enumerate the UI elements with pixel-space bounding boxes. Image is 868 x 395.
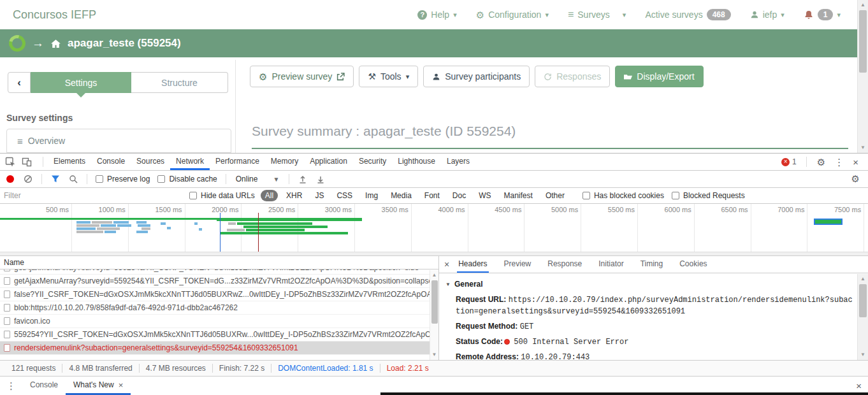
collapse-sidebar-button[interactable]: ‹ <box>8 72 31 93</box>
tab-elements[interactable]: Elements <box>48 154 91 170</box>
export-har-icon[interactable] <box>316 175 325 183</box>
request-row[interactable]: false?YII_CSRF_TOKEN=dGxOSXJmMk5kcXNnTTJ… <box>0 288 438 301</box>
nav-surveys[interactable]: ≡ Surveys ▾ <box>568 10 626 20</box>
inspect-element-icon[interactable] <box>5 157 15 167</box>
scroll-up-icon[interactable]: ▲ <box>858 1 868 9</box>
type-filter-xhr[interactable]: XHR <box>282 190 307 201</box>
request-list-scrollbar[interactable]: ▲ ▼ <box>430 270 438 360</box>
error-icon[interactable]: × <box>781 158 790 166</box>
type-filter-manifest[interactable]: Manifest <box>500 190 537 201</box>
type-filter-media[interactable]: Media <box>386 190 416 201</box>
filter-icon[interactable] <box>51 175 60 183</box>
scroll-down-icon[interactable]: ▼ <box>430 351 438 359</box>
request-row[interactable]: getAjaxMenuArray?surveyid=559254&YII_CSR… <box>0 275 438 288</box>
scrollbar-thumb[interactable] <box>431 280 438 324</box>
tab-layers[interactable]: Layers <box>441 154 475 170</box>
type-filter-img[interactable]: Img <box>361 190 382 201</box>
scrollbar-thumb[interactable] <box>859 284 867 317</box>
settings-gear-icon[interactable]: ⚙ <box>814 157 828 167</box>
type-filter-doc[interactable]: Doc <box>448 190 470 201</box>
request-row[interactable]: favicon.ico <box>0 315 438 328</box>
drawer-tab-whats-new[interactable]: What's New × <box>66 377 131 395</box>
type-filter-font[interactable]: Font <box>420 190 444 201</box>
type-filter-js[interactable]: JS <box>310 190 328 201</box>
type-filter-ws[interactable]: WS <box>474 190 495 201</box>
close-drawer-icon[interactable]: × <box>856 380 862 391</box>
type-filter-css[interactable]: CSS <box>332 190 357 201</box>
checkbox-icon[interactable] <box>582 192 590 199</box>
more-options-icon[interactable]: ⋮ <box>831 157 847 167</box>
throttling-select[interactable]: Online ▼ <box>236 175 280 183</box>
preview-survey-button[interactable]: ⚙ Preview survey <box>250 66 354 87</box>
drawer-tab-console[interactable]: Console <box>22 377 66 395</box>
header-field-request-url[interactable]: Request URL: https://10.10.20.79/index.p… <box>439 292 868 319</box>
nav-configuration[interactable]: ⚙ Configuration ▾ <box>476 10 549 20</box>
header-field-remote-address[interactable]: Remote Address: 10.10.20.79:443 <box>439 350 868 360</box>
drawer-menu-icon[interactable]: ⋮ <box>0 380 22 392</box>
scroll-up-icon[interactable]: ▲ <box>430 271 438 279</box>
type-filter-other[interactable]: Other <box>541 190 569 201</box>
scrollbar-thumb[interactable] <box>859 10 867 73</box>
tools-button[interactable]: ⚒ Tools ▾ <box>359 66 418 87</box>
clear-icon[interactable] <box>24 175 33 183</box>
home-icon[interactable] <box>50 38 61 49</box>
nav-notifications[interactable]: 1 ▾ <box>804 9 841 20</box>
details-tab-timing[interactable]: Timing <box>639 256 665 273</box>
responses-button[interactable]: Responses <box>535 66 610 87</box>
nav-help[interactable]: ? Help ▾ <box>417 10 456 20</box>
hide-data-urls-checkbox[interactable]: Hide data URLs <box>189 191 255 200</box>
scroll-up-icon[interactable]: ▲ <box>858 275 868 283</box>
tab-console[interactable]: Console <box>91 154 131 170</box>
details-tab-initiator[interactable]: Initiator <box>597 256 625 273</box>
tab-security[interactable]: Security <box>353 154 392 170</box>
header-field-request-method[interactable]: Request Method: GET <box>439 319 868 334</box>
tab-application[interactable]: Application <box>304 154 353 170</box>
chevron-down-icon[interactable]: ▾ <box>623 11 626 19</box>
type-filter-all[interactable]: All <box>261 190 278 201</box>
preserve-log-checkbox[interactable]: Preserve log <box>96 175 150 183</box>
display-export-button[interactable]: Display/Export <box>615 66 703 87</box>
details-tab-response[interactable]: Response <box>546 256 583 273</box>
network-settings-gear-icon[interactable]: ⚙ <box>848 174 863 183</box>
page-scrollbar[interactable]: ▲ ▼ <box>857 0 868 153</box>
record-button[interactable] <box>6 175 14 183</box>
request-row[interactable]: blob:https://10.10.20.79/858fa9df-da76-4… <box>0 301 438 315</box>
import-har-icon[interactable] <box>298 175 307 183</box>
scroll-down-icon[interactable]: ▼ <box>858 351 868 359</box>
tab-network[interactable]: Network <box>170 154 210 170</box>
device-toolbar-icon[interactable] <box>22 157 32 167</box>
nav-user[interactable]: iefp ▾ <box>750 10 785 20</box>
scroll-down-icon[interactable]: ▼ <box>858 144 868 152</box>
details-tab-headers[interactable]: Headers <box>457 256 488 273</box>
request-row[interactable]: 559254?YII_CSRF_TOKEN=dGxOSXJmMk5kcXNnTT… <box>0 328 438 341</box>
checkbox-icon[interactable] <box>189 192 197 199</box>
tab-sources[interactable]: Sources <box>131 154 170 170</box>
tab-settings[interactable]: Settings <box>31 72 131 93</box>
request-row-selected-error[interactable]: rendersidemenulink?subaction=generalsett… <box>0 341 438 355</box>
tab-performance[interactable]: Performance <box>210 154 265 170</box>
has-blocked-cookies-checkbox[interactable]: Has blocked cookies <box>582 191 664 200</box>
blocked-requests-checkbox[interactable]: Blocked Requests <box>672 191 745 200</box>
checkbox-icon[interactable] <box>96 175 103 183</box>
search-icon[interactable] <box>69 175 78 183</box>
details-scrollbar[interactable]: ▲ ▼ <box>857 274 868 360</box>
sidebar-item-overview[interactable]: ≡ Overview <box>6 129 231 153</box>
checkbox-icon[interactable] <box>672 192 679 199</box>
close-details-icon[interactable]: × <box>444 259 449 269</box>
request-row-clipped[interactable]: getAjaxMenuArray?surveyid=559254&YII_CSR… <box>0 269 438 275</box>
tab-structure[interactable]: Structure <box>131 72 228 93</box>
tab-lighthouse[interactable]: Lighthouse <box>392 154 441 170</box>
close-tab-icon[interactable]: × <box>119 380 124 390</box>
survey-participants-button[interactable]: Survey participants <box>423 66 530 87</box>
disable-cache-checkbox[interactable]: Disable cache <box>157 175 217 183</box>
general-section-toggle[interactable]: ▼ General <box>439 277 868 292</box>
checkbox-icon[interactable] <box>157 175 165 183</box>
details-tab-cookies[interactable]: Cookies <box>678 256 708 273</box>
error-count[interactable]: 1 <box>792 157 797 166</box>
details-tab-preview[interactable]: Preview <box>503 256 533 273</box>
request-name-column-header[interactable]: Name <box>0 256 438 269</box>
nav-active-surveys[interactable]: Active surveys 468 <box>645 9 730 20</box>
tab-memory[interactable]: Memory <box>265 154 304 170</box>
header-field-status-code[interactable]: Status Code: 500 Internal Server Error <box>439 334 868 350</box>
network-overview[interactable]: 500 ms1000 ms1500 ms2000 ms2500 ms3000 m… <box>0 204 868 252</box>
